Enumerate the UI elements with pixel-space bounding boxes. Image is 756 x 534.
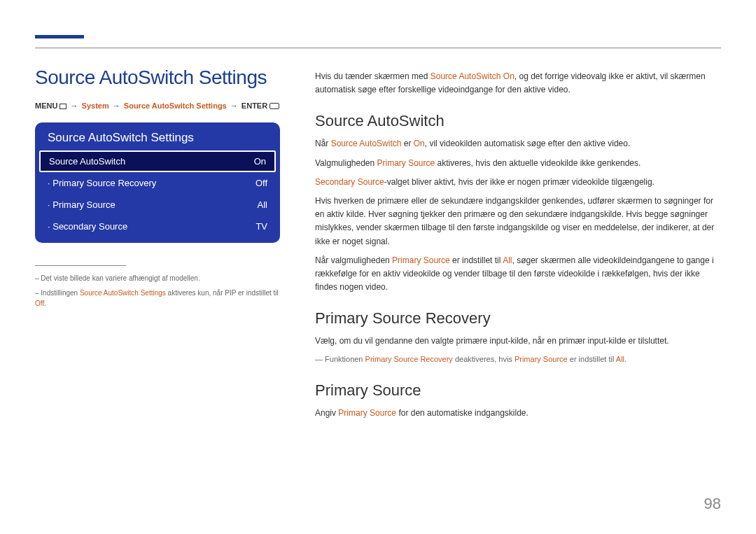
footnote-1: – Det viste billede kan variere afhængig… <box>35 273 280 283</box>
page-title: Source AutoSwitch Settings <box>35 66 280 89</box>
breadcrumb: MENU → System → Source AutoSwitch Settin… <box>35 101 280 110</box>
arrow-icon: → <box>229 101 239 110</box>
accent-bar <box>35 35 84 38</box>
row-value: All <box>258 199 267 210</box>
row-value: TV <box>255 221 267 232</box>
panel-title: Source AutoSwitch Settings <box>35 122 280 150</box>
arrow-icon: → <box>111 101 122 110</box>
arrow-icon: → <box>69 101 80 110</box>
footnotes: – Det viste billede kan variere afhængig… <box>35 258 280 309</box>
breadcrumb-enter: ENTER <box>241 101 267 110</box>
panel-row-secondary-source[interactable]: · Secondary Source TV <box>35 216 280 237</box>
menu-icon <box>59 104 66 109</box>
row-label: · Primary Source Recovery <box>48 178 156 188</box>
panel-row-source-autoswitch[interactable]: Source AutoSwitch On <box>39 150 276 172</box>
enter-icon <box>270 103 279 109</box>
paragraph: Når Source AutoSwitch er On, vil videoki… <box>315 137 721 150</box>
subnote: ― Funktionen Primary Source Recovery dea… <box>315 353 721 366</box>
breadcrumb-menu: MENU <box>35 101 57 110</box>
page-number: 98 <box>704 495 721 513</box>
heading-source-autoswitch: Source AutoSwitch <box>315 112 721 130</box>
note-divider <box>35 265 126 266</box>
top-divider <box>35 48 721 48</box>
paragraph: Angiv Primary Source for den automatiske… <box>315 407 721 420</box>
breadcrumb-system: System <box>82 101 109 110</box>
row-value: On <box>254 156 266 167</box>
row-label: · Primary Source <box>48 199 115 210</box>
left-column: Source AutoSwitch Settings MENU → System… <box>35 66 280 313</box>
panel-row-primary-recovery[interactable]: · Primary Source Recovery Off <box>35 172 280 194</box>
footnote-2: – Indstillingen Source AutoSwitch Settin… <box>35 288 280 309</box>
paragraph: Hvis hverken de primære eller de sekundæ… <box>315 195 721 248</box>
paragraph: Valgmuligheden Primary Source aktiveres,… <box>315 157 721 170</box>
paragraph: Secondary Source-valget bliver aktivt, h… <box>315 176 721 189</box>
row-label: · Secondary Source <box>48 221 127 232</box>
paragraph: Når valgmuligheden Primary Source er ind… <box>315 254 721 295</box>
heading-primary-recovery: Primary Source Recovery <box>315 309 721 328</box>
panel-row-primary-source[interactable]: · Primary Source All <box>35 194 280 216</box>
breadcrumb-settings: Source AutoSwitch Settings <box>124 101 227 110</box>
settings-panel: Source AutoSwitch Settings Source AutoSw… <box>35 122 280 243</box>
row-value: Off <box>255 178 267 188</box>
paragraph: Vælg, om du vil gendanne den valgte prim… <box>315 335 721 348</box>
heading-primary-source: Primary Source <box>315 381 721 400</box>
intro-text: Hvis du tænder skærmen med Source AutoSw… <box>315 70 721 97</box>
right-column: Hvis du tænder skærmen med Source AutoSw… <box>315 70 721 426</box>
row-label: Source AutoSwitch <box>49 156 125 167</box>
